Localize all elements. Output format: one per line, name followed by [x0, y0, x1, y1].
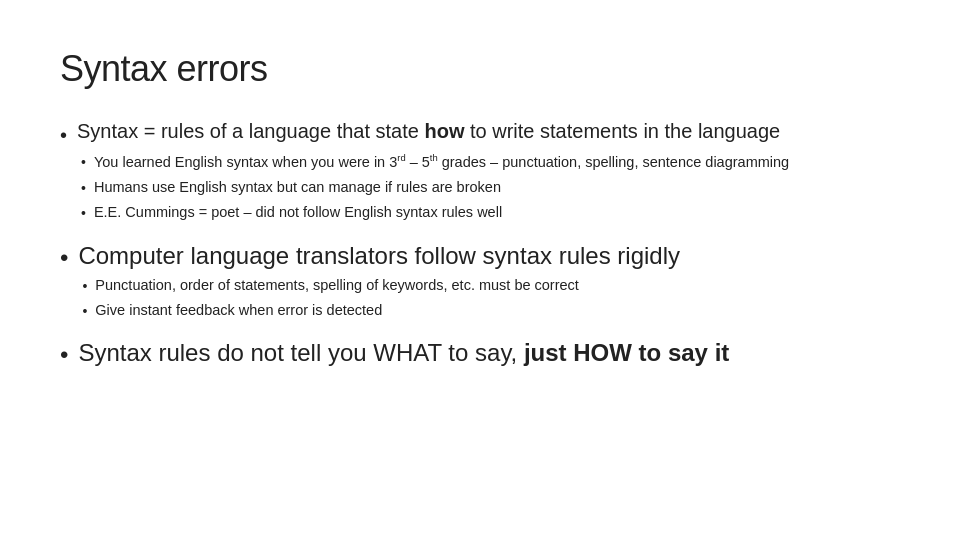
bullet-2-sub-2-text: Give instant feedback when error is dete… — [95, 300, 382, 320]
bullet-3-dot: • — [60, 339, 68, 370]
bullet-1-sub-2-dot: • — [81, 179, 86, 199]
bullet-2-sub-1-text: Punctuation, order of statements, spelli… — [95, 275, 579, 295]
bullet-1-sub-2-text: Humans use English syntax but can manage… — [94, 177, 501, 197]
bullet-1-text: Syntax = rules of a language that state … — [77, 118, 900, 224]
bullet-1-dot: • — [60, 122, 67, 149]
slide: Syntax errors • Syntax = rules of a lang… — [0, 0, 960, 540]
bullet-2-text-plain: Computer language translators follow syn… — [78, 242, 680, 269]
bullet-2-sub-1-dot: • — [82, 277, 87, 297]
bullet-1-sub-1-text: You learned English syntax when you were… — [94, 151, 789, 172]
bullet-1-text-after: to write statements in the language — [464, 120, 780, 142]
slide-title: Syntax errors — [60, 48, 900, 90]
bullet-1-sub-3-text: E.E. Cummings = poet – did not follow En… — [94, 202, 502, 222]
bullet-1-sub-1: • You learned English syntax when you we… — [81, 151, 900, 173]
bullet-3-bold: just HOW to say it — [524, 339, 729, 366]
bullet-2-sub-2: • Give instant feedback when error is de… — [82, 300, 900, 322]
bullet-1-sub-1-dot: • — [81, 153, 86, 173]
bullet-1: • Syntax = rules of a language that stat… — [60, 118, 900, 224]
bullet-3-text: Syntax rules do not tell you WHAT to say… — [78, 337, 900, 368]
bullet-2-text: Computer language translators follow syn… — [78, 240, 900, 321]
bullet-1-bold: how — [424, 120, 464, 142]
bullet-1-sub-bullets: • You learned English syntax when you we… — [77, 151, 900, 224]
bullet-3-text-before: Syntax rules do not tell you WHAT to say… — [78, 339, 524, 366]
bullet-2-sub-1: • Punctuation, order of statements, spel… — [82, 275, 900, 297]
bullet-1-sub-2: • Humans use English syntax but can mana… — [81, 177, 900, 199]
bullet-2: • Computer language translators follow s… — [60, 240, 900, 321]
slide-content: • Syntax = rules of a language that stat… — [60, 118, 900, 370]
bullet-1-sub-3: • E.E. Cummings = poet – did not follow … — [81, 202, 900, 224]
bullet-2-sub-2-dot: • — [82, 302, 87, 322]
bullet-1-text-before: Syntax = rules of a language that state — [77, 120, 424, 142]
bullet-3: • Syntax rules do not tell you WHAT to s… — [60, 337, 900, 370]
bullet-1-sub-3-dot: • — [81, 204, 86, 224]
bullet-2-dot: • — [60, 242, 68, 273]
bullet-2-sub-bullets: • Punctuation, order of statements, spel… — [82, 275, 900, 321]
